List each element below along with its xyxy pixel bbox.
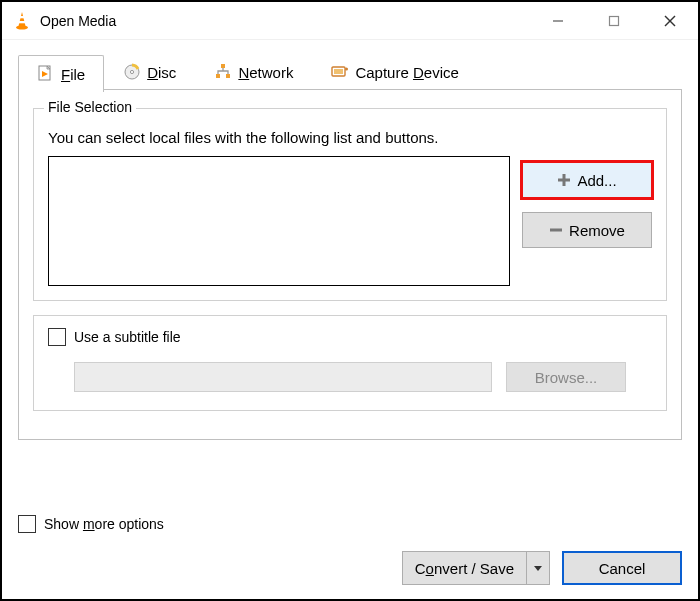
tab-disc-label: Disc (147, 64, 176, 81)
remove-button[interactable]: Remove (522, 212, 652, 248)
svg-marker-22 (534, 566, 542, 571)
file-list[interactable] (48, 156, 510, 286)
svg-rect-17 (334, 69, 343, 74)
svg-rect-14 (216, 74, 220, 78)
minus-icon (549, 223, 563, 237)
svg-rect-1 (19, 16, 25, 18)
group-subtitle: Use a subtitle file Browse... (33, 315, 667, 411)
svg-point-12 (131, 70, 134, 73)
svg-marker-0 (19, 12, 26, 26)
subtitle-browse-button: Browse... (506, 362, 626, 392)
capture-device-icon (331, 63, 349, 81)
subtitle-browse-label: Browse... (535, 369, 598, 386)
cancel-button-label: Cancel (599, 560, 646, 577)
tab-panel-file: File Selection You can select local file… (18, 89, 682, 440)
tab-disc[interactable]: Disc (104, 54, 195, 89)
svg-rect-15 (226, 74, 230, 78)
svg-rect-5 (610, 16, 619, 25)
minimize-icon (552, 15, 564, 27)
chevron-down-icon (533, 563, 543, 573)
tab-capture-device[interactable]: Capture Device (312, 54, 477, 89)
group-file-selection: File Selection You can select local file… (33, 108, 667, 301)
close-button[interactable] (642, 2, 698, 39)
maximize-button[interactable] (586, 2, 642, 39)
tab-bar: File Disc Network Ca (18, 54, 682, 90)
convert-save-button[interactable]: Convert / Save (402, 551, 526, 585)
plus-icon (557, 173, 571, 187)
svg-rect-21 (550, 229, 562, 232)
tab-file[interactable]: File (18, 55, 104, 92)
svg-rect-13 (221, 64, 225, 68)
svg-point-18 (345, 68, 348, 71)
tab-capture-label: Capture Device (355, 64, 458, 81)
disc-icon (123, 63, 141, 81)
dialog-content: File Disc Network Ca (2, 40, 698, 440)
svg-rect-2 (19, 21, 26, 23)
tab-network[interactable]: Network (195, 54, 312, 89)
minimize-button[interactable] (530, 2, 586, 39)
cancel-button[interactable]: Cancel (562, 551, 682, 585)
group-file-selection-legend: File Selection (44, 99, 136, 115)
subtitle-checkbox-label: Use a subtitle file (74, 329, 181, 345)
titlebar: Open Media (2, 2, 698, 40)
subtitle-path-input (74, 362, 492, 392)
window-controls (530, 2, 698, 39)
file-selection-instruction: You can select local files with the foll… (48, 129, 652, 146)
show-more-options-label: Show more options (44, 516, 164, 532)
close-icon (663, 14, 677, 28)
add-button-label: Add... (577, 172, 616, 189)
tab-file-label: File (61, 66, 85, 83)
dialog-bottom: Show more options Convert / Save Cancel (18, 515, 682, 585)
svg-point-3 (16, 25, 28, 29)
show-more-options-checkbox[interactable] (18, 515, 36, 533)
window-title: Open Media (40, 13, 530, 29)
file-icon (37, 65, 55, 83)
maximize-icon (608, 15, 620, 27)
subtitle-checkbox[interactable] (48, 328, 66, 346)
convert-save-label: Convert / Save (415, 560, 514, 577)
svg-rect-20 (558, 179, 570, 182)
add-button[interactable]: Add... (522, 162, 652, 198)
convert-save-dropdown[interactable] (526, 551, 550, 585)
network-icon (214, 63, 232, 81)
vlc-cone-icon (12, 11, 32, 31)
convert-save-split-button[interactable]: Convert / Save (402, 551, 550, 585)
tab-network-label: Network (238, 64, 293, 81)
remove-button-label: Remove (569, 222, 625, 239)
